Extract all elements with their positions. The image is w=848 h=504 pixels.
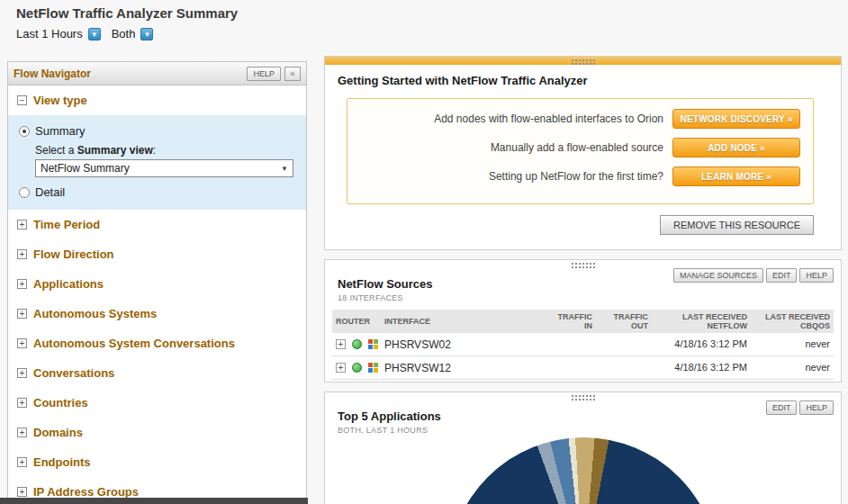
sidebar-item-autonomous-system-conversations[interactable]: + Autonomous System Conversations <box>8 328 306 358</box>
column-header-last-received-netflow: LAST RECEIVED NETFLOW <box>648 312 747 331</box>
expand-plus-icon[interactable]: + <box>17 309 27 319</box>
sidebar-item-countries[interactable]: + Countries <box>8 388 306 418</box>
manage-sources-button[interactable]: MANAGE SOURCES <box>673 268 763 283</box>
sidebar-item-label: Applications <box>33 277 104 291</box>
select-arrow-icon: ▼ <box>281 165 293 173</box>
sidebar-item-domains[interactable]: + Domains <box>8 418 306 447</box>
sidebar-item-conversations[interactable]: + Conversations <box>8 358 306 388</box>
direction-chevron-down-icon[interactable]: ▾ <box>140 28 153 40</box>
sidebar-item-label: Countries <box>33 396 88 410</box>
getting-started-text: Setting up NetFlow for the first time? <box>489 170 663 183</box>
time-range-chevron-down-icon[interactable]: ▾ <box>88 28 101 40</box>
table-row[interactable]: + PHSRVSW12 4/18/16 3:12 PM never <box>332 356 834 380</box>
expand-plus-icon[interactable]: + <box>17 457 27 467</box>
getting-started-title: Getting Started with NetFlow Traffic Ana… <box>338 74 841 87</box>
expand-plus-icon[interactable]: + <box>17 279 27 289</box>
expand-plus-icon[interactable]: + <box>17 368 27 378</box>
node-status-up-icon <box>352 363 362 373</box>
last-received-netflow-value: 4/18/16 3:12 PM <box>648 338 747 350</box>
sidebar-item-label: Conversations <box>33 366 114 380</box>
pie-chart-area <box>325 437 841 504</box>
summary-radio-row[interactable]: Summary <box>19 124 295 138</box>
sidebar-item-label: Autonomous System Conversations <box>33 337 235 350</box>
getting-started-row: Setting up NetFlow for the first time? L… <box>347 166 800 186</box>
getting-started-resource: Getting Started with NetFlow Traffic Ana… <box>324 56 842 250</box>
drag-handle-icon[interactable] <box>571 262 596 269</box>
detail-radio-row[interactable]: Detail <box>19 185 295 199</box>
getting-started-row: Manually add a flow-enabled source ADD N… <box>347 138 800 158</box>
router-name[interactable]: PHSRVSW02 <box>384 338 538 351</box>
detail-radio[interactable] <box>19 187 30 198</box>
drag-handle-icon[interactable] <box>571 394 596 401</box>
router-name[interactable]: PHSRVSW12 <box>384 362 538 374</box>
filter-bar: Last 1 Hours ▾ Both ▾ <box>16 27 158 40</box>
flow-navigator-header: Flow Navigator HELP « <box>8 62 306 86</box>
column-header-traffic-in: TRAFFIC IN <box>538 312 592 331</box>
netflow-sources-title: NetFlow Sources <box>338 277 432 291</box>
expand-plus-icon[interactable]: + <box>17 220 27 230</box>
node-status-up-icon <box>352 339 362 349</box>
help-button[interactable]: HELP <box>799 400 834 415</box>
expand-plus-icon[interactable]: + <box>17 249 27 259</box>
select-label-bold: Summary view <box>77 144 153 157</box>
expand-plus-icon[interactable]: + <box>17 487 27 497</box>
sidebar-item-label: Flow Direction <box>33 248 114 261</box>
select-label-suffix: : <box>153 144 156 157</box>
last-received-cbqos-value: never <box>747 338 830 350</box>
page-title: NetFlow Traffic Analyzer Summary <box>16 5 238 21</box>
summary-radio[interactable] <box>19 126 30 137</box>
sidebar-item-endpoints[interactable]: + Endpoints <box>8 447 306 477</box>
expand-plus-icon[interactable]: + <box>336 363 346 373</box>
time-range-dropdown-label[interactable]: Last 1 Hours <box>16 27 83 40</box>
application-squares-icon <box>368 339 378 349</box>
sidebar-item-view-type[interactable]: − View type <box>8 86 306 115</box>
sidebar-item-label: Time Period <box>33 218 100 231</box>
expand-plus-icon[interactable]: + <box>17 338 27 348</box>
column-header-interface: INTERFACE <box>384 317 538 326</box>
column-header-router: ROUTER <box>336 317 384 326</box>
top-applications-pie-chart[interactable] <box>448 437 718 504</box>
sidebar-item-label: Endpoints <box>33 455 91 469</box>
sidebar-collapse-button[interactable]: « <box>284 67 301 81</box>
summary-view-select-value: NetFlow Summary <box>41 162 130 175</box>
edit-button[interactable]: EDIT <box>766 400 798 415</box>
sidebar-help-button[interactable]: HELP <box>247 67 281 81</box>
column-header-traffic-out: TRAFFIC OUT <box>592 312 648 331</box>
summary-view-select-label: Select a Summary view: <box>35 144 295 157</box>
netflow-sources-resource: NetFlow Sources 18 INTERFACES MANAGE SOU… <box>324 259 842 382</box>
expand-plus-icon[interactable]: + <box>17 398 27 408</box>
expand-plus-icon[interactable]: + <box>17 428 27 437</box>
sidebar-item-label: Autonomous Systems <box>33 307 157 320</box>
view-type-panel: Summary Select a Summary view: NetFlow S… <box>8 115 306 210</box>
top-applications-subtitle: BOTH, LAST 1 HOURS <box>338 426 441 435</box>
expand-plus-icon[interactable]: + <box>336 339 346 349</box>
sidebar-item-time-period[interactable]: + Time Period <box>8 210 306 239</box>
sidebar-item-label: Domains <box>33 426 83 439</box>
edit-button[interactable]: EDIT <box>766 268 798 283</box>
sidebar-item-applications[interactable]: + Applications <box>8 269 306 299</box>
netflow-sources-subtitle: 18 INTERFACES <box>338 293 432 302</box>
top-applications-resource: Top 5 Applications BOTH, LAST 1 HOURS ED… <box>324 392 842 504</box>
direction-dropdown-label[interactable]: Both <box>112 27 136 40</box>
netflow-sources-table: ROUTER INTERFACE TRAFFIC IN TRAFFIC OUT … <box>332 310 834 380</box>
add-node-button[interactable]: ADD NODE » <box>672 138 800 158</box>
summary-radio-label: Summary <box>35 124 86 138</box>
help-button[interactable]: HELP <box>799 268 834 283</box>
table-row[interactable]: + PHSRVSW02 4/18/16 3:12 PM never <box>332 333 834 356</box>
sidebar-item-flow-direction[interactable]: + Flow Direction <box>8 239 306 269</box>
select-label-prefix: Select a <box>35 144 77 157</box>
table-header-row: ROUTER INTERFACE TRAFFIC IN TRAFFIC OUT … <box>332 310 834 333</box>
learn-more-button[interactable]: LEARN MORE » <box>672 166 800 186</box>
top-applications-title: Top 5 Applications <box>338 410 441 423</box>
getting-started-box: Add nodes with flow-enabled interfaces t… <box>347 98 814 204</box>
application-squares-icon <box>368 363 378 373</box>
network-discovery-button[interactable]: NETWORK DISCOVERY » <box>672 109 800 129</box>
getting-started-text: Manually add a flow-enabled source <box>491 141 663 154</box>
summary-view-select[interactable]: NetFlow Summary ▼ <box>35 159 293 177</box>
collapse-minus-icon[interactable]: − <box>17 95 27 105</box>
column-header-last-received-cbqos: LAST RECEIVED CBQOS <box>747 312 830 331</box>
remove-this-resource-button[interactable]: REMOVE THIS RESOURCE <box>660 215 814 235</box>
view-type-label: View type <box>33 94 87 107</box>
drag-handle-icon[interactable] <box>571 58 596 66</box>
sidebar-item-autonomous-systems[interactable]: + Autonomous Systems <box>8 299 306 328</box>
